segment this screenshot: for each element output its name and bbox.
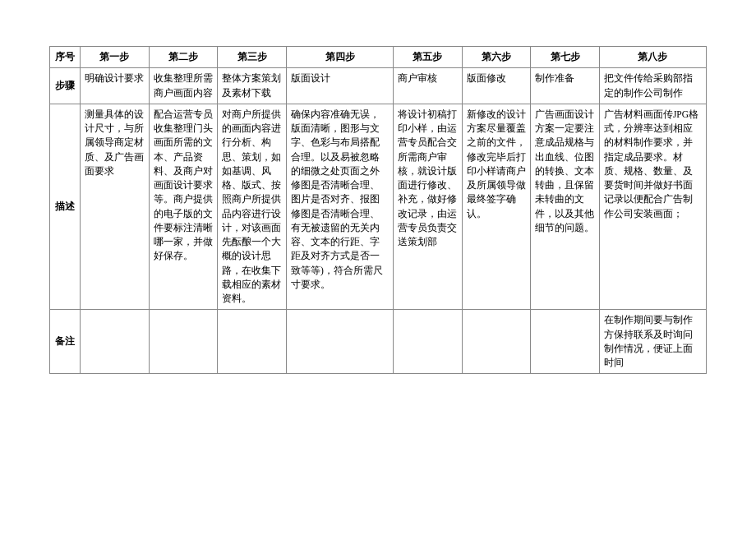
column-header-1: 第一步 — [81, 47, 150, 68]
table-cell-r1-c1: 配合运营专员收集整理门头画面所需的文本、产品资料、及商户对画面设计要求等。商户提… — [149, 104, 218, 310]
table-cell-r1-c4: 将设计初稿打印小样，由运营专员配合交所需商户审核，就设计版面进行修改、补充，做好… — [394, 104, 463, 310]
column-header-2: 第二步 — [149, 47, 218, 68]
table-cell-r2-c3 — [286, 310, 393, 374]
table-cell-r2-c1 — [149, 310, 218, 374]
table-cell-r1-c6: 广告画面设计方案一定要注意成品规格与出血线、位图的转换、文本转曲，且保留未转曲的… — [531, 104, 600, 310]
table-cell-r0-c7: 把文件传给采购部指定的制作公司制作 — [599, 68, 706, 104]
row-label-0: 步骤 — [50, 68, 81, 104]
table-cell-r1-c7: 广告材料画面传JPG格式，分辨率达到相应的材料制作要求，并指定成品要求。材质、规… — [599, 104, 706, 310]
table-cell-r2-c4 — [394, 310, 463, 374]
table-cell-r0-c2: 整体方案策划及素材下载 — [218, 68, 287, 104]
table-cell-r2-c2 — [218, 310, 287, 374]
table-row: 描述测量具体的设计尺寸，与所属领导商定材质、及广告画面要求配合运营专员收集整理门… — [50, 104, 707, 310]
table-cell-r0-c6: 制作准备 — [531, 68, 600, 104]
table-cell-r2-c0 — [81, 310, 150, 374]
table-cell-r2-c6 — [531, 310, 600, 374]
table-cell-r1-c0: 测量具体的设计尺寸，与所属领导商定材质、及广告画面要求 — [81, 104, 150, 310]
table-cell-r1-c5: 新修改的设计方案尽量覆盖之前的文件，修改完毕后打印小样请商户及所属领导做最终签字… — [462, 104, 531, 310]
column-header-7: 第七步 — [531, 47, 600, 68]
column-header-5: 第五步 — [394, 47, 463, 68]
table-cell-r0-c3: 版面设计 — [286, 68, 393, 104]
column-header-0: 序号 — [50, 47, 81, 68]
table-cell-r2-c7: 在制作期间要与制作方保持联系及时询问制作情况，便证上面时间 — [599, 310, 706, 374]
table-cell-r1-c3: 确保内容准确无误，版面清晰，图形与文字、色彩与布局搭配合理。以及易被忽略的细微之… — [286, 104, 393, 310]
column-header-4: 第四步 — [286, 47, 393, 68]
table-cell-r1-c2: 对商户所提供的画面内容进行分析、构思、策划，如如基调、风格、版式、按照商户所提供… — [218, 104, 287, 310]
column-header-8: 第八步 — [599, 47, 706, 68]
column-header-3: 第三步 — [218, 47, 287, 68]
table-cell-r0-c0: 明确设计要求 — [81, 68, 150, 104]
row-label-2: 备注 — [50, 310, 81, 374]
table-row: 备注在制作期间要与制作方保持联系及时询问制作情况，便证上面时间 — [50, 310, 707, 374]
table-cell-r0-c4: 商户审核 — [394, 68, 463, 104]
table-cell-r2-c5 — [462, 310, 531, 374]
table-cell-r0-c1: 收集整理所需商户画面内容 — [149, 68, 218, 104]
main-table: 序号第一步第二步第三步第四步第五步第六步第七步第八步 步骤明确设计要求收集整理所… — [49, 46, 707, 374]
row-label-1: 描述 — [50, 104, 81, 310]
column-header-6: 第六步 — [462, 47, 531, 68]
table-header-row: 序号第一步第二步第三步第四步第五步第六步第七步第八步 — [50, 47, 707, 68]
table-row: 步骤明确设计要求收集整理所需商户画面内容整体方案策划及素材下载版面设计商户审核版… — [50, 68, 707, 104]
table-cell-r0-c5: 版面修改 — [462, 68, 531, 104]
